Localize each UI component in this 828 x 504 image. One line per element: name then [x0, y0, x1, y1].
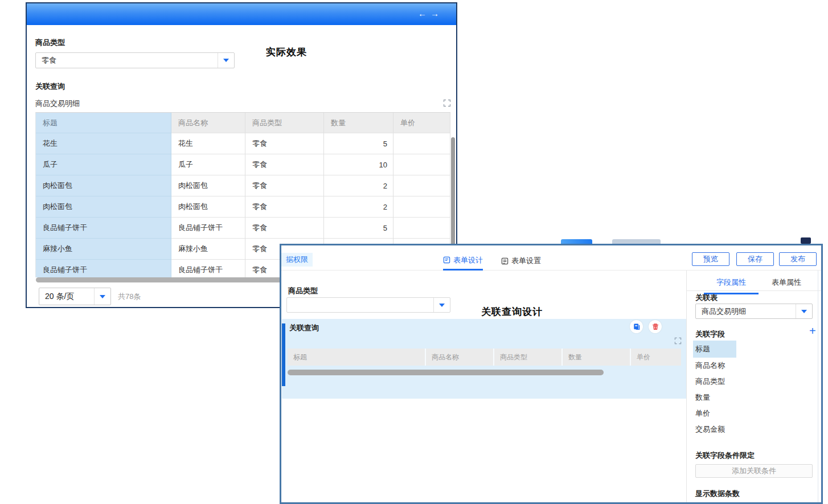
annotation-related-query-design: 关联查询设计: [481, 305, 543, 318]
field-item[interactable]: 单价: [695, 408, 710, 419]
cell-title: 良品铺子饼干: [36, 218, 171, 239]
preview-header-bar: ← →: [27, 3, 456, 25]
column-header: 商品类型: [245, 113, 324, 133]
nav-back-icon[interactable]: ←: [418, 9, 427, 18]
tab-label: 表单设计: [453, 255, 483, 265]
product-type-select[interactable]: [286, 297, 450, 313]
cell-qty: 10: [324, 154, 393, 175]
annotation-actual-effect: 实际效果: [266, 46, 307, 59]
page-size-value: 20 条/页: [39, 288, 94, 305]
expand-icon[interactable]: [674, 337, 682, 344]
cell-price: [393, 133, 450, 154]
table-row[interactable]: 花生 花生 零食 5: [36, 133, 450, 154]
cell-qty: 5: [324, 218, 393, 239]
field-item[interactable]: 商品名称: [695, 360, 725, 371]
related-query-component[interactable]: 关联查询 标题 商品名: [282, 319, 686, 399]
cell-name: 良品铺子饼干: [171, 218, 245, 239]
cell-title: 麻辣小鱼: [36, 239, 171, 260]
designer-topbar: 据权限 表单设计 表单设置 预览 保存 发布: [281, 245, 821, 271]
related-table-label: 关联表: [695, 293, 718, 303]
column-header: 商品名称: [425, 349, 493, 366]
column-header: 单价: [393, 113, 450, 133]
display-count-label: 显示数据条数: [695, 489, 740, 499]
add-field-icon[interactable]: +: [809, 325, 816, 337]
page-size-select[interactable]: 20 条/页: [39, 288, 111, 305]
cell-title: 花生: [36, 133, 171, 154]
related-table-select[interactable]: 商品交易明细: [695, 304, 813, 319]
field-item[interactable]: 交易金额: [695, 424, 725, 435]
cell-qty: 5: [324, 133, 393, 154]
cell-name: 麻辣小鱼: [171, 239, 245, 260]
delete-button[interactable]: [649, 320, 662, 333]
add-condition-button[interactable]: 添加关联条件: [695, 464, 813, 478]
related-query-label: 关联查询: [35, 81, 65, 92]
cell-price: [393, 196, 450, 218]
tab-data-permission-partial[interactable]: 据权限: [281, 253, 313, 267]
preview-button[interactable]: 预览: [692, 252, 729, 266]
copy-icon: [633, 323, 641, 331]
component-table-header: 标题 商品名称 商品类型 数量 单价: [288, 349, 681, 366]
designer-canvas: 商品类型 关联查询设计 关联查询: [281, 271, 687, 502]
cell-title: 肉松面包: [36, 175, 171, 196]
column-header: 标题: [288, 349, 425, 366]
field-item[interactable]: 数量: [695, 392, 710, 403]
cell-name: 肉松面包: [171, 175, 245, 196]
table-header-row: 标题 商品名称 商品类型 数量 单价: [36, 113, 450, 133]
tab-label: 表单设置: [511, 256, 541, 266]
vertical-scrollbar-thumb[interactable]: [451, 137, 455, 260]
background-window-fragment: [801, 237, 811, 244]
product-type-select[interactable]: 零食: [35, 52, 235, 68]
cell-title: 瓜子: [36, 154, 171, 175]
cell-title: 肉松面包: [36, 196, 171, 218]
column-header: 单价: [630, 349, 681, 366]
tab-field-properties[interactable]: 字段属性: [704, 277, 759, 294]
table-row[interactable]: 肉松面包 肉松面包 零食 2: [36, 175, 450, 196]
trash-icon: [651, 323, 659, 331]
designer-window: 据权限 表单设计 表单设置 预览 保存 发布 商品类型 关联查询设计 关联查询: [280, 244, 823, 504]
cell-name: 良品铺子饼干: [171, 260, 245, 277]
column-header: 商品类型: [493, 349, 561, 366]
condition-section-label: 关联字段条件限定: [695, 450, 755, 461]
field-item[interactable]: 商品类型: [695, 376, 725, 387]
table-row[interactable]: 良品铺子饼干 良品铺子饼干 零食 5: [36, 218, 450, 239]
tab-form-properties[interactable]: 表单属性: [772, 277, 801, 293]
copy-button[interactable]: [630, 320, 643, 333]
chevron-down-icon[interactable]: [796, 304, 812, 318]
cell-qty: 2: [324, 175, 393, 196]
cell-price: [393, 175, 450, 196]
properties-sidebar: 字段属性 表单属性 关联表 商品交易明细 关联字段 + 标题 商品名称 商品类型…: [687, 271, 821, 502]
cell-qty: 2: [324, 196, 393, 218]
cell-name: 花生: [171, 133, 245, 154]
related-query-label: 关联查询: [289, 323, 319, 333]
related-fields-label: 关联字段: [695, 329, 725, 339]
product-type-label: 商品类型: [288, 286, 318, 296]
table-row[interactable]: 肉松面包 肉松面包 零食 2: [36, 196, 450, 218]
tab-form-settings[interactable]: 表单设置: [501, 251, 541, 271]
column-header: 商品名称: [171, 113, 245, 133]
horizontal-scrollbar-thumb[interactable]: [36, 277, 321, 282]
selection-indicator-bar: [282, 323, 285, 386]
table-row[interactable]: 瓜子 瓜子 零食 10: [36, 154, 450, 175]
cell-name: 瓜子: [171, 154, 245, 175]
expand-icon[interactable]: [443, 99, 451, 107]
cell-type: 零食: [245, 175, 324, 196]
chevron-down-icon[interactable]: [218, 53, 234, 68]
background-window-fragment: [561, 239, 592, 244]
cell-type: 零食: [245, 218, 324, 239]
column-header: 标题: [36, 113, 171, 133]
product-type-label: 商品类型: [35, 38, 65, 48]
nav-forward-icon[interactable]: →: [431, 9, 439, 18]
chevron-down-icon[interactable]: [94, 288, 110, 305]
cell-title: 良品铺子饼干: [36, 260, 171, 277]
chevron-down-icon[interactable]: [433, 298, 450, 312]
tab-form-design[interactable]: 表单设计: [443, 251, 483, 271]
horizontal-scrollbar-thumb[interactable]: [288, 370, 604, 375]
save-button[interactable]: 保存: [736, 252, 774, 266]
sidebar-scrollbar-track[interactable]: [818, 271, 818, 502]
cell-name: 肉松面包: [171, 196, 245, 218]
product-type-value: 零食: [36, 53, 218, 68]
field-item-selected[interactable]: 标题: [693, 341, 736, 358]
form-design-icon: [443, 256, 450, 264]
cell-type: 零食: [245, 133, 324, 154]
publish-button[interactable]: 发布: [779, 252, 817, 266]
